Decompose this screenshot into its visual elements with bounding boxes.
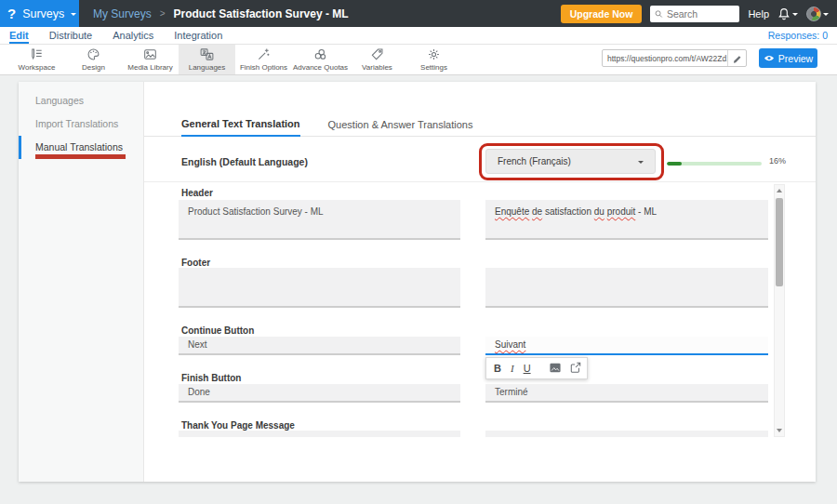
nav-item-edit[interactable]: Edit: [9, 27, 29, 44]
survey-title: Product Satisfaction Survey - ML: [174, 7, 349, 20]
continue-target-input[interactable]: Suivant: [485, 337, 768, 355]
language-row: English (Default Language) French (Franç…: [144, 137, 816, 182]
thank-you-source-textarea[interactable]: [179, 431, 460, 437]
nav-item-distribute[interactable]: Distribute: [49, 27, 92, 44]
header-target-textarea[interactable]: Enquête de satisfaction du produit - ML: [485, 200, 768, 240]
footer-source-textarea[interactable]: [179, 268, 460, 308]
nav-item-integration[interactable]: Integration: [174, 27, 222, 44]
chevron-down-icon: [638, 161, 644, 166]
scrollbar-thumb[interactable]: [776, 198, 783, 286]
target-language-value: French (Français): [498, 156, 571, 166]
header-source-textarea[interactable]: Product Satisfaction Survey - ML: [179, 200, 460, 240]
target-language-dropdown[interactable]: French (Français): [485, 149, 656, 174]
survey-url-box: https://questionpro.com/t/AW22Zd1S1: [602, 49, 747, 67]
avatar: [806, 7, 821, 21]
translate-icon: [200, 47, 214, 61]
search-box[interactable]: [650, 6, 739, 22]
translation-progress-percent: 16%: [769, 156, 786, 166]
chevron-down-icon: [71, 13, 76, 19]
external-link-icon: [570, 362, 581, 373]
tool-advance-quotas[interactable]: Advance Quotas: [292, 45, 349, 74]
translation-progress-fill: [667, 162, 682, 166]
continue-source-input[interactable]: Next: [179, 337, 460, 355]
tool-finish-options[interactable]: Finish Options: [235, 45, 292, 74]
notifications-menu[interactable]: [777, 7, 798, 20]
translations-sidebar: Languages Import Translations Manual Tra…: [19, 82, 144, 482]
finish-source-input[interactable]: Done: [179, 384, 460, 403]
chain-links-icon: [313, 47, 327, 61]
eye-icon: [764, 54, 775, 62]
rich-text-toolbar: B I U: [485, 357, 588, 379]
magic-wand-icon: [257, 47, 271, 61]
survey-url[interactable]: https://questionpro.com/t/AW22Zd1S1: [603, 54, 727, 63]
translation-fields: Header Product Satisfaction Survey - ML …: [144, 182, 816, 437]
product-switcher[interactable]: ? Surveys: [0, 0, 79, 27]
translation-tabs: General Text Translation Question & Answ…: [144, 113, 816, 137]
breadcrumb-my-surveys[interactable]: My Surveys: [93, 7, 152, 20]
preview-button[interactable]: Preview: [759, 48, 817, 68]
bold-button[interactable]: B: [494, 364, 501, 374]
questionpro-logo-icon: ?: [7, 6, 16, 21]
responses-count[interactable]: Responses: 0: [768, 30, 837, 41]
tool-variables[interactable]: Variables: [349, 45, 405, 74]
nav-item-analytics[interactable]: Analytics: [113, 27, 153, 44]
scroll-up-button[interactable]: [775, 185, 784, 196]
italic-button[interactable]: I: [511, 364, 514, 374]
help-link[interactable]: Help: [748, 8, 769, 20]
questionpro-app: ? Surveys My Surveys > Product Satisfact…: [0, 0, 837, 504]
tool-workspace[interactable]: Workspace: [8, 45, 65, 74]
translations-panel: Languages Import Translations Manual Tra…: [19, 82, 816, 482]
tool-languages[interactable]: Languages: [179, 45, 235, 74]
tool-design[interactable]: Design: [65, 45, 122, 74]
edit-url-button[interactable]: [727, 50, 746, 66]
translation-progress-bar: [667, 162, 762, 166]
tab-general-text-translation[interactable]: General Text Translation: [181, 118, 300, 137]
bell-icon: [777, 7, 790, 20]
sidebar-item-languages[interactable]: Languages: [19, 89, 143, 113]
top-bar: ? Surveys My Surveys > Product Satisfact…: [0, 0, 837, 27]
thank-you-target-textarea[interactable]: [485, 431, 768, 437]
fields-scrollbar[interactable]: [774, 184, 785, 437]
upgrade-now-button[interactable]: Upgrade Now: [561, 5, 643, 23]
breadcrumb: My Surveys > Product Satisfaction Survey…: [93, 7, 349, 20]
sidebar-item-import-translations[interactable]: Import Translations: [19, 113, 143, 136]
field-label-footer: Footer: [181, 258, 210, 268]
scroll-down-button[interactable]: [775, 425, 784, 436]
account-menu[interactable]: [806, 7, 829, 21]
tag-icon: [370, 47, 384, 61]
tool-settings[interactable]: Settings: [405, 45, 462, 74]
image-icon: [550, 363, 561, 373]
product-name: Surveys: [22, 7, 64, 20]
tool-media-library[interactable]: Media Library: [122, 45, 179, 74]
field-label-header: Header: [181, 188, 213, 198]
chevron-down-icon: [792, 13, 798, 19]
preview-label: Preview: [778, 53, 813, 64]
image-icon: [143, 47, 157, 61]
topbar-actions: Upgrade Now Help: [561, 5, 837, 23]
footer-target-textarea[interactable]: [485, 268, 768, 308]
gear-icon: [427, 47, 441, 61]
pencil-icon: [733, 54, 742, 63]
source-language-label: English (Default Language): [181, 156, 308, 167]
insert-link-button[interactable]: [570, 362, 581, 375]
underline-button[interactable]: U: [524, 364, 531, 374]
primary-nav: Edit Distribute Analytics Integration Re…: [0, 27, 837, 45]
triangle-down-icon: [777, 429, 782, 435]
chevron-down-icon: [823, 13, 829, 19]
field-label-finish-button: Finish Button: [181, 373, 241, 383]
workspace-icon: [30, 47, 44, 61]
palette-icon: [86, 47, 100, 61]
field-label-thank-you: Thank You Page Message: [181, 420, 295, 431]
insert-image-button[interactable]: [550, 363, 561, 375]
triangle-up-icon: [777, 186, 782, 192]
breadcrumb-separator: >: [160, 8, 166, 19]
red-underline-annotation: [35, 154, 126, 159]
search-input[interactable]: [667, 8, 735, 20]
tab-question-answer-translations[interactable]: Question & Answer Translations: [328, 119, 473, 136]
field-label-continue-button: Continue Button: [181, 325, 254, 336]
search-icon: [655, 9, 663, 19]
finish-target-input[interactable]: Terminé: [485, 384, 768, 403]
